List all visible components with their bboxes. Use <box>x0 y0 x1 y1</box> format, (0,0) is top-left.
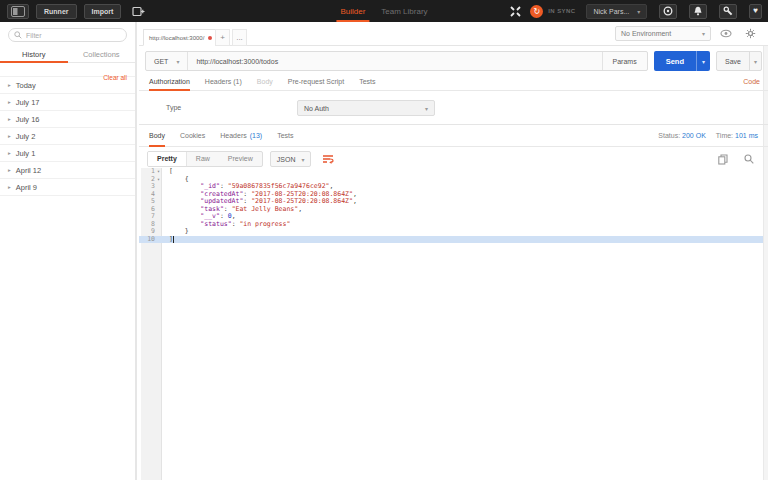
format-select[interactable]: JSON ▾ <box>270 151 312 167</box>
tab-menu-button[interactable]: ... <box>232 29 247 46</box>
fold-caret-icon[interactable]: ▾ <box>157 176 160 184</box>
history-group-july-2[interactable]: ▸July 2 <box>0 128 135 145</box>
generate-code-link[interactable]: Code <box>743 78 760 85</box>
method-value: GET <box>154 58 168 65</box>
history-group-april-9[interactable]: ▸April 9 <box>0 179 135 196</box>
chevron-down-icon: ▾ <box>176 58 179 65</box>
code-line-10[interactable]: 10] <box>139 236 763 244</box>
user-name: Nick Pars... <box>593 8 629 15</box>
method-select[interactable]: GET ▾ <box>146 52 188 70</box>
support-button[interactable]: ♥ <box>749 4 762 19</box>
import-button[interactable]: Import <box>84 4 122 19</box>
view-mode-group: Pretty Raw Preview <box>147 151 263 167</box>
runner-button[interactable]: Runner <box>36 4 77 19</box>
user-menu-button[interactable]: Nick Pars... ▾ <box>586 4 647 19</box>
environment-value: No Environment <box>621 30 671 37</box>
filter-box <box>8 28 127 42</box>
chevron-right-icon: ▸ <box>8 167 11 173</box>
chevron-right-icon: ▸ <box>8 184 11 190</box>
gear-icon <box>745 28 756 39</box>
tab-label: Headers <box>220 132 246 139</box>
top-bar: Runner Import Builder Team Library ↻ IN … <box>0 0 768 22</box>
interceptor-button[interactable] <box>506 4 525 19</box>
sidebar-toggle-button[interactable] <box>7 4 29 19</box>
search-response-button[interactable] <box>740 152 758 167</box>
filter-input[interactable] <box>26 32 116 39</box>
save-button[interactable]: Save <box>717 52 749 70</box>
new-tab-button[interactable]: + <box>215 29 230 46</box>
heart-icon: ♥ <box>753 7 758 15</box>
settings-button[interactable] <box>719 4 737 19</box>
search-icon <box>14 31 22 39</box>
auth-type-select[interactable]: No Auth ▾ <box>297 100 435 116</box>
history-group-label: Today <box>16 81 36 90</box>
wrap-text-icon <box>322 154 334 164</box>
time-pair: Time: 101 ms <box>716 132 758 139</box>
history-group-july-1[interactable]: ▸July 1 <box>0 145 135 162</box>
send-button[interactable]: Send <box>654 51 696 71</box>
fold-caret-icon[interactable]: ▾ <box>157 168 160 176</box>
new-window-button[interactable] <box>128 4 149 19</box>
status-label: Status: <box>658 132 680 139</box>
tab-response-tests[interactable]: Tests <box>277 125 293 146</box>
tab-body[interactable]: Body <box>257 73 273 90</box>
url-bar: GET ▾ Params Send ▾ Save ▾ <box>139 49 768 73</box>
tab-collections[interactable]: Collections <box>68 47 136 62</box>
env-settings-button[interactable] <box>741 26 760 41</box>
sync-status-icon[interactable]: ↻ <box>530 5 543 18</box>
view-mode-raw[interactable]: Raw <box>187 152 219 166</box>
copy-button[interactable] <box>714 152 732 167</box>
magnifier-icon <box>744 154 754 164</box>
history-group-label: April 9 <box>16 183 37 192</box>
wrap-text-button[interactable] <box>318 152 338 167</box>
tab-response-headers[interactable]: Headers (13) <box>220 125 262 146</box>
tab-authorization[interactable]: Authorization <box>149 73 190 90</box>
tab-response-body[interactable]: Body <box>149 125 165 146</box>
env-preview-button[interactable] <box>716 26 736 41</box>
status-value: 200 OK <box>682 132 706 139</box>
sidebar-toggle-icon <box>11 6 25 17</box>
tab-response-cookies[interactable]: Cookies <box>180 125 205 146</box>
dashboard-button[interactable] <box>659 4 677 19</box>
unsaved-dot-icon <box>208 36 212 40</box>
tab-team-library[interactable]: Team Library <box>381 0 427 22</box>
notifications-button[interactable] <box>689 4 707 19</box>
clear-all-link[interactable]: Clear all <box>103 74 127 81</box>
view-mode-preview[interactable]: Preview <box>219 152 262 166</box>
url-input[interactable] <box>188 52 601 70</box>
history-group-july-16[interactable]: ▸July 16 <box>0 111 135 128</box>
dashboard-icon <box>663 6 673 16</box>
response-body-editor[interactable]: 1▾[2▾ {3 "_id": "59a0867835f56c7a9476ce9… <box>139 168 763 480</box>
sidebar: History Collections Clear all ▸Today▸Jul… <box>0 22 137 480</box>
params-button[interactable]: Params <box>602 52 647 70</box>
response-section-tabs: Body Cookies Headers (13) Tests Status: … <box>139 125 768 147</box>
headers-count-badge: (13) <box>250 132 262 139</box>
code-line-1[interactable]: 1▾[ <box>139 168 763 176</box>
request-tab[interactable]: http://localhost:3000/ <box>143 29 218 46</box>
tab-builder[interactable]: Builder <box>340 0 365 22</box>
history-group-july-17[interactable]: ▸July 17 <box>0 94 135 111</box>
chevron-right-icon: ▸ <box>8 150 11 156</box>
environment-select[interactable]: No Environment ▾ <box>615 26 711 41</box>
chevron-down-icon: ▾ <box>637 8 640 15</box>
tab-tests[interactable]: Tests <box>359 73 375 90</box>
wrench-icon <box>723 6 733 16</box>
tab-pre-request-script[interactable]: Pre-request Script <box>288 73 344 90</box>
environment-controls: No Environment ▾ <box>615 26 760 41</box>
topbar-right-cluster: ↻ IN SYNC Nick Pars... ▾ ♥ <box>499 4 762 19</box>
chevron-right-icon: ▸ <box>8 99 11 105</box>
save-split-button: Save ▾ <box>716 51 762 71</box>
tab-history[interactable]: History <box>0 47 68 62</box>
history-group-label: July 16 <box>16 115 40 124</box>
code-line-8[interactable]: 8 "status": "in progress" <box>139 221 763 229</box>
history-group-april-12[interactable]: ▸April 12 <box>0 162 135 179</box>
save-options-caret[interactable]: ▾ <box>749 52 761 70</box>
tab-headers[interactable]: Headers (1) <box>205 73 242 90</box>
send-options-caret[interactable]: ▾ <box>696 51 710 71</box>
code-line-9[interactable]: 9 } <box>139 228 763 236</box>
view-mode-pretty[interactable]: Pretty <box>148 152 187 166</box>
workspace-top: http://localhost:3000/ + ... No Environm… <box>139 22 768 46</box>
main-nav: Builder Team Library <box>340 0 427 22</box>
history-group-label: July 2 <box>16 132 36 141</box>
auth-type-value: No Auth <box>304 105 329 112</box>
